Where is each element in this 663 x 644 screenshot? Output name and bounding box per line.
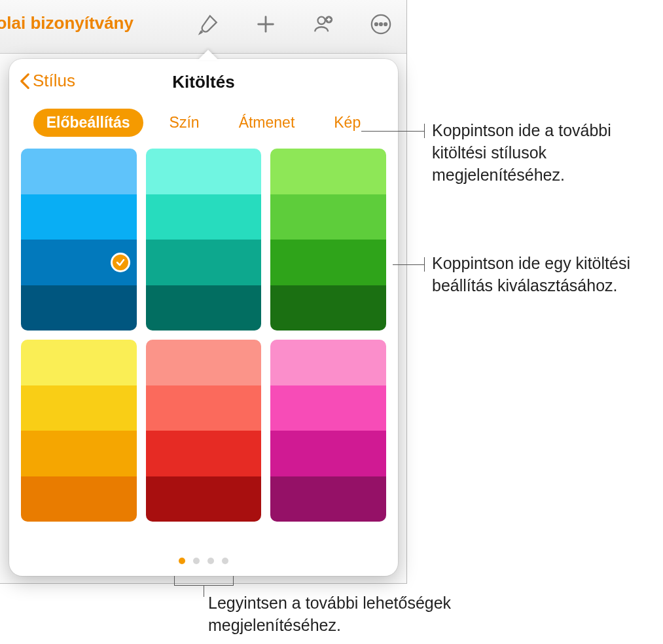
swatch-selected[interactable] — [21, 240, 137, 285]
page-dot — [207, 558, 214, 564]
back-button[interactable]: Stílus — [20, 71, 75, 91]
callout-tick — [233, 576, 234, 585]
swatch-group-pink — [270, 340, 386, 522]
checkmark-icon — [111, 253, 130, 272]
swatch[interactable] — [21, 285, 137, 331]
tab-color[interactable]: Szín — [156, 109, 213, 137]
swatch[interactable] — [146, 240, 262, 285]
tab-image[interactable]: Kép — [321, 109, 374, 137]
tab-preset[interactable]: Előbeállítás — [33, 109, 143, 137]
swatch-group-red — [146, 340, 262, 522]
swatch[interactable] — [270, 476, 386, 522]
swatch[interactable] — [21, 149, 137, 194]
callout-tabs: Koppintson ide a további kitöltési stílu… — [432, 120, 654, 186]
swatch-group-teal — [146, 149, 262, 331]
callout-line — [204, 585, 204, 597]
swatch[interactable] — [146, 285, 262, 331]
swatch[interactable] — [146, 385, 262, 431]
collaborate-icon[interactable] — [311, 12, 336, 37]
swatch[interactable] — [270, 340, 386, 385]
swatch-group-green — [270, 149, 386, 331]
swatch[interactable] — [270, 285, 386, 331]
swatch-grid — [9, 149, 398, 522]
swatch-group-yellow — [21, 340, 137, 522]
swatch[interactable] — [21, 340, 137, 385]
callout-tick — [424, 257, 425, 272]
swatch[interactable] — [146, 431, 262, 476]
swatch[interactable] — [270, 431, 386, 476]
callout-tick — [424, 124, 425, 138]
page-dot — [222, 558, 228, 564]
swatch[interactable] — [270, 240, 386, 285]
svg-point-2 — [318, 17, 325, 24]
swatch[interactable] — [21, 194, 137, 240]
swatch[interactable] — [146, 149, 262, 194]
popover-title: Kitöltés — [172, 72, 234, 92]
swatch[interactable] — [21, 476, 137, 522]
popover-header: Stílus Kitöltés — [9, 59, 398, 105]
callout-swatch: Koppintson ide egy kitöltési beállítás k… — [432, 253, 648, 297]
callout-pager: Legyintsen a további lehetőségek megjele… — [208, 592, 490, 637]
back-label: Stílus — [33, 71, 75, 91]
swatch[interactable] — [270, 385, 386, 431]
swatch[interactable] — [270, 149, 386, 194]
document-title[interactable]: kolai bizonyítvány — [0, 13, 134, 33]
callout-tick — [174, 576, 175, 585]
fill-tabs: Előbeállítás Szín Átmenet Kép — [9, 105, 398, 149]
page-indicator[interactable] — [9, 558, 398, 564]
svg-point-8 — [380, 23, 382, 26]
swatch[interactable] — [21, 431, 137, 476]
swatch[interactable] — [146, 194, 262, 240]
swatch-group-blue — [21, 149, 137, 331]
swatch[interactable] — [270, 194, 386, 240]
top-toolbar: kolai bizonyítvány — [0, 0, 406, 54]
more-icon[interactable] — [368, 12, 393, 37]
format-brush-icon[interactable] — [196, 12, 221, 37]
swatch[interactable] — [146, 340, 262, 385]
svg-point-9 — [384, 23, 387, 26]
callout-line — [361, 131, 424, 132]
swatch[interactable] — [146, 476, 262, 522]
tab-gradient[interactable]: Átmenet — [226, 109, 308, 137]
swatch[interactable] — [21, 385, 137, 431]
fill-popover: Stílus Kitöltés Előbeállítás Szín Átmene… — [9, 59, 398, 576]
callout-line — [393, 264, 424, 265]
chevron-left-icon — [20, 73, 30, 90]
add-icon[interactable] — [253, 12, 278, 37]
svg-point-7 — [375, 23, 378, 26]
page-dot — [179, 558, 185, 564]
device-frame: kolai bizonyítvány — [0, 0, 407, 584]
page-dot — [193, 558, 200, 564]
